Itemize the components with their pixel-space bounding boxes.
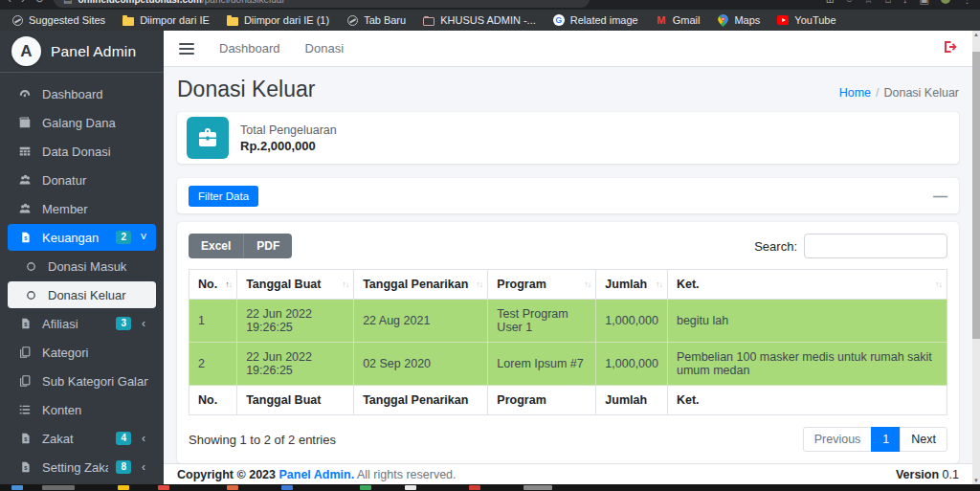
nav-link-donasi[interactable]: Donasi [305, 41, 344, 56]
bookmark-item[interactable]: Diimpor dari IE (1) [227, 14, 329, 26]
cell-tanggal-penarikan: 02 Sep 2020 [354, 343, 488, 386]
url-path: /panel/donasikeluar [202, 0, 285, 5]
search-icon[interactable]: ○ [846, 0, 853, 5]
sidebar-item-label: Setting Zakat [42, 460, 108, 475]
bookmark-item[interactable]: KHUSUS ADMIN -... [423, 14, 536, 26]
sidebar-item-konten[interactable]: Konten [8, 396, 156, 423]
hamburger-icon[interactable] [179, 43, 194, 55]
bookmark-label: KHUSUS ADMIN -... [440, 14, 536, 26]
column-header-tanggal-penarikan[interactable]: Tanggal Penarikan↑↓ [354, 270, 488, 300]
copy-icon [15, 346, 34, 359]
taskbar-app-icon[interactable] [281, 485, 293, 490]
sidebar-item-keuangan[interactable]: $ Keuangan 2 ˅ [8, 224, 156, 251]
column-header-program[interactable]: Program↑↓ [488, 270, 596, 300]
column-header-tanggal-buat[interactable]: Tanggal Buat↑↓ [237, 270, 354, 300]
search-input[interactable] [804, 234, 947, 258]
profile-avatar[interactable] [941, 0, 950, 4]
column-header-no[interactable]: No.↑↓ [189, 270, 237, 300]
taskbar-app-icon[interactable] [469, 485, 480, 490]
breadcrumb: Home/Donasi Keluar [839, 86, 959, 100]
sidebar-item-label: Afiliasi [42, 317, 108, 331]
badge-count: 3 [116, 317, 131, 330]
sidebar-item-donasi-keluar[interactable]: Donasi Keluar [8, 281, 156, 308]
sidebar-item-kategori[interactable]: Kategori [8, 339, 156, 366]
table-row[interactable]: 1 22 Jun 2022 19:26:25 22 Aug 2021 Test … [189, 300, 947, 343]
scroll-down-icon[interactable]: ▼ [973, 477, 979, 484]
taskbar-app-icon[interactable] [405, 485, 416, 490]
sidebar-item-sub-kategori-galangdana[interactable]: Sub Kategori Galangdana [8, 368, 156, 394]
url-host: onlineidcompetdonasi.com [78, 0, 202, 5]
bookmark-star-icon[interactable]: ☆ [864, 0, 874, 6]
sidebar-item-label: Donatur [42, 173, 148, 188]
cell-jumlah: 1,000,000 [596, 343, 668, 386]
site-info-icon[interactable]: ▤ [63, 0, 72, 5]
previous-page-button[interactable]: Previous [803, 427, 873, 452]
next-page-button[interactable]: Next [900, 427, 947, 452]
badge-count: 2 [116, 231, 131, 244]
taskbar-app-icon[interactable] [11, 485, 23, 490]
list-icon [15, 403, 34, 416]
back-icon[interactable]: ‹ [8, 0, 11, 6]
taskbar-app-icon[interactable] [118, 485, 129, 490]
bookmark-item[interactable]: Tab Baru [346, 14, 406, 26]
bookmark-item[interactable]: YouTube [777, 14, 835, 26]
sidebar-item-zakat[interactable]: $ Zakat 4 ‹ [8, 425, 156, 452]
pagination: Previous 1 Next [803, 427, 947, 452]
scroll-up-icon[interactable]: ▲ [973, 31, 979, 38]
sidebar-item-setting-zakat[interactable]: $ Setting Zakat 8 ‹ [8, 454, 156, 480]
taskbar-app-icon[interactable] [227, 485, 238, 490]
home-icon[interactable]: ⌂ [884, 0, 891, 5]
copy-icon [15, 374, 34, 388]
sidebar-item-dashboard[interactable]: Dashboard [8, 80, 156, 107]
taskbar-app-icon[interactable] [360, 485, 371, 490]
bookmark-item[interactable]: GRelated image [553, 14, 638, 26]
bookmark-item[interactable]: MGmail [656, 14, 701, 26]
scrollbar-thumb[interactable] [972, 52, 980, 339]
table-card: Excel PDF Search: No.↑↓ Tanggal Buat↑↓ T… [177, 222, 959, 463]
bookmark-item[interactable]: Diimpor dari IE [122, 14, 210, 26]
sort-icon: ↑↓ [476, 279, 482, 289]
breadcrumb-current: Donasi Keluar [883, 86, 959, 100]
pdf-button[interactable]: PDF [243, 234, 292, 258]
sidebar-item-galang-dana[interactable]: Galang Dana [8, 109, 156, 136]
reload-icon[interactable]: ↻ [34, 0, 44, 6]
column-header-jumlah[interactable]: Jumlah↑↓ [596, 270, 668, 300]
sidebar-item-afiliasi[interactable]: $ Afiliasi 3 ‹ [8, 310, 156, 337]
chevron-left-icon: ‹ [139, 432, 148, 445]
sidebar-item-donasi-masuk[interactable]: Donasi Masuk [8, 253, 156, 279]
menu-dots-icon[interactable]: ⋮ [962, 0, 972, 6]
table-footer-row: No. Tanggal Buat Tanggal Penarikan Progr… [189, 386, 947, 415]
app-footer: Copyright © 2023 Panel Admin. All rights… [164, 463, 972, 484]
page-number-button[interactable]: 1 [871, 427, 901, 452]
summary-label: Total Pengeluaran [240, 123, 337, 137]
collapse-icon[interactable]: — [933, 189, 947, 203]
download-icon[interactable]: ↓ [902, 0, 908, 5]
filter-data-button[interactable]: Filter Data [189, 186, 258, 207]
chevron-left-icon: ‹ [139, 317, 148, 330]
excel-button[interactable]: Excel [189, 234, 243, 258]
footer-brand-link[interactable]: Panel Admin. [278, 468, 354, 481]
brand-header[interactable]: A Panel Admin [0, 31, 164, 73]
vertical-scrollbar[interactable]: ▲ ▼ [972, 31, 980, 484]
circle-icon [21, 260, 40, 273]
sidebar-item-data-donasi[interactable]: Data Donasi [8, 138, 156, 165]
chevron-left-icon: ‹ [139, 460, 148, 474]
main-area: Dashboard Donasi Donasi Keluar Home/Dona… [164, 31, 972, 484]
table-row[interactable]: 2 22 Jun 2022 19:26:25 02 Sep 2020 Lorem… [189, 343, 947, 386]
page-content: Donasi Keluar Home/Donasi Keluar Total P… [164, 67, 972, 463]
nav-link-dashboard[interactable]: Dashboard [219, 41, 280, 56]
breadcrumb-home-link[interactable]: Home [839, 86, 871, 100]
share-icon[interactable]: ⊞ [826, 0, 835, 6]
taskbar-app-icon[interactable] [158, 485, 169, 490]
sidebar-item-member[interactable]: Member [8, 195, 156, 222]
bookmark-item[interactable]: Maps [717, 14, 760, 26]
bookmark-item[interactable]: Suggested Sites [11, 14, 105, 26]
taskbar-app-icon[interactable] [42, 485, 75, 490]
taskbar-app-icon[interactable] [523, 485, 552, 490]
sidebar-item-donatur[interactable]: Donatur [8, 167, 156, 193]
column-header-ket[interactable]: Ket.↑↓ [667, 270, 947, 300]
address-bar[interactable]: ▤ onlineidcompetdonasi.com/panel/donasik… [54, 0, 590, 8]
extensions-icon[interactable]: ▣ [920, 0, 929, 6]
sign-out-icon[interactable] [942, 39, 957, 58]
forward-icon[interactable]: › [21, 0, 25, 6]
